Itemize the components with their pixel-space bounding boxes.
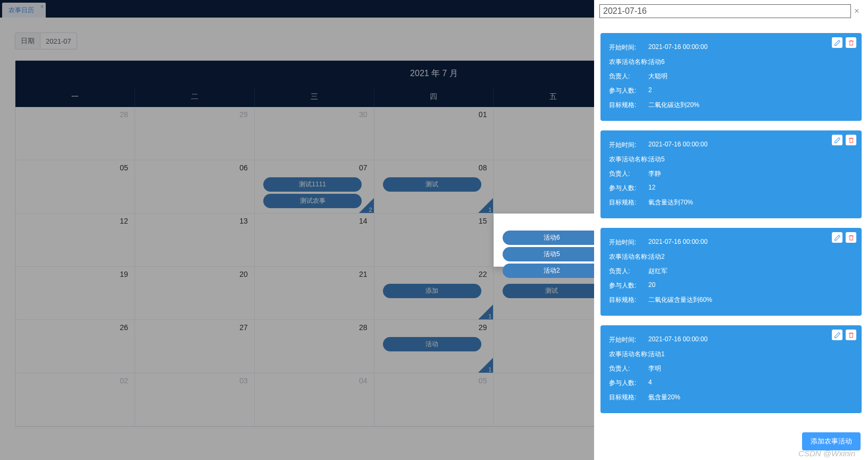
delete-icon[interactable] [846,135,856,145]
calendar-event[interactable]: 测试1111 [263,177,362,192]
calendar-cell[interactable]: 28 [255,320,374,373]
calendar-cell[interactable]: 27 [135,320,255,373]
card-field-value: 2021-07-16 00:00:00 [648,335,853,344]
calendar-cell[interactable]: 08测试1 [374,160,494,213]
calendar-cell[interactable]: 03 [135,373,255,426]
add-activity-button[interactable]: 添加农事活动 [802,432,861,450]
edit-icon[interactable] [832,232,842,243]
calendar-cell[interactable]: 02 [15,373,135,426]
calendar-event[interactable]: 活动 [383,337,481,351]
calendar-event[interactable]: 活动6 [503,231,601,245]
calendar-cell[interactable]: 19 [15,267,135,320]
calendar-cell[interactable]: 05 [374,373,494,426]
calendar-cell[interactable]: 14 [255,213,374,267]
calendar-event[interactable]: 测试 [503,284,601,298]
card-row: 开始时间:2021-07-16 00:00:00 [609,235,853,250]
card-field-label: 目标规格: [609,393,648,402]
calendar-cell[interactable]: 13 [135,213,255,267]
date-picker-label: 日期 [15,32,40,50]
card-field-label: 负责人: [609,267,648,276]
calendar-cell[interactable]: 30 [255,107,374,160]
calendar-cell[interactable]: 29活动1 [374,320,494,373]
weekday-header: 三 [255,87,374,107]
card-row: 负责人:赵红军 [609,264,853,278]
card-field-value: 2 [648,86,853,95]
day-number: 21 [359,270,368,278]
calendar-cell[interactable]: 28 [15,107,135,160]
side-drawer: × 开始时间:2021-07-16 00:00:00农事活动名称:活动6负责人:… [594,0,868,460]
calendar-cell[interactable]: 26 [15,320,135,373]
card-row: 目标规格:氨含量20% [609,390,853,405]
card-field-label: 农事活动名称: [609,252,648,261]
calendar-cell[interactable]: 29 [135,107,255,160]
card-row: 负责人:李明 [609,362,853,376]
edit-icon[interactable] [832,330,842,340]
day-number: 28 [359,323,368,332]
day-number: 03 [239,376,248,385]
day-number: 01 [479,110,487,119]
card-field-value: 2021-07-16 00:00:00 [648,43,853,52]
calendar-cell[interactable]: 01 [374,107,494,160]
tab-farming-calendar[interactable]: 农事日历 × [2,3,46,18]
card-field-value: 2021-07-16 00:00:00 [648,238,853,247]
drawer-header: × [594,0,868,21]
card-field-label: 农事活动名称: [609,155,648,164]
day-number: 15 [479,217,487,225]
calendar-cell[interactable]: 12 [15,213,135,267]
calendar-cell[interactable]: 05 [15,160,135,213]
calendar-event[interactable]: 测试 [383,177,481,192]
date-picker-value[interactable]: 2021-07 [40,32,77,50]
calendar-cell[interactable]: 07测试1111测试农事2 [255,160,374,213]
card-row: 参与人数:20 [609,278,853,293]
card-field-label: 参与人数: [609,86,648,95]
activity-card: 开始时间:2021-07-16 00:00:00农事活动名称:活动1负责人:李明… [600,325,862,413]
close-icon[interactable]: × [851,6,863,16]
card-row: 开始时间:2021-07-16 00:00:00 [609,138,853,152]
day-number: 29 [479,323,487,332]
calendar-cell[interactable]: 21 [255,267,374,320]
edit-icon[interactable] [832,135,842,145]
card-field-label: 目标规格: [609,295,648,305]
card-field-label: 参与人数: [609,184,648,193]
card-field-label: 负责人: [609,169,648,178]
calendar-cell[interactable]: 15 [374,213,494,267]
card-field-value: 12 [648,184,853,193]
calendar-event[interactable]: 活动2 [503,264,601,278]
delete-icon[interactable] [846,37,856,48]
card-field-value: 李明 [648,364,853,373]
card-field-value: 活动5 [648,155,853,164]
card-field-value: 二氧化碳达到20% [648,101,853,110]
card-field-value: 氧含量达到70% [648,198,853,207]
calendar-event[interactable]: 添加 [383,284,481,298]
card-field-value: 活动1 [648,350,853,359]
card-row: 参与人数:12 [609,181,853,195]
day-number: 22 [479,270,487,278]
day-number: 04 [359,376,368,385]
calendar-cell[interactable]: 04 [255,373,374,426]
day-number: 20 [239,270,248,278]
day-number: 12 [120,217,128,225]
calendar-cell[interactable]: 22添加1 [374,267,494,320]
delete-icon[interactable] [846,330,856,340]
activity-card: 开始时间:2021-07-16 00:00:00农事活动名称:活动2负责人:赵红… [600,228,862,316]
delete-icon[interactable] [846,232,856,243]
calendar-event[interactable]: 活动5 [503,247,601,261]
card-field-value: 4 [648,379,853,388]
day-number: 08 [479,163,487,172]
card-field-label: 农事活动名称: [609,58,648,67]
card-field-value: 活动2 [648,252,853,261]
day-number: 05 [120,163,128,172]
day-number: 19 [120,270,128,278]
drawer-date-input[interactable] [599,4,851,18]
day-number: 02 [120,376,128,385]
card-row: 负责人:大聪明 [609,69,853,84]
calendar-cell[interactable]: 06 [135,160,255,213]
calendar-cell[interactable]: 20 [135,267,255,320]
weekday-header: 四 [374,87,494,107]
card-row: 农事活动名称:活动6 [609,55,853,69]
day-number: 05 [479,376,487,385]
close-icon[interactable]: × [40,4,44,10]
card-row: 农事活动名称:活动2 [609,250,853,264]
edit-icon[interactable] [832,37,842,48]
calendar-event[interactable]: 测试农事 [263,194,362,208]
